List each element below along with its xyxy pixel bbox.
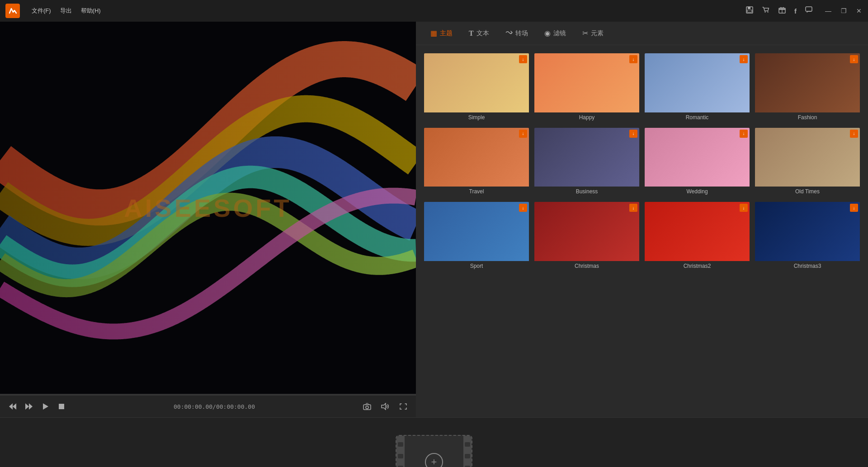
main-layout: AISEESOFT 00:00:00.00/00:00:00.00 xyxy=(0,22,868,417)
cart-icon[interactable] xyxy=(762,6,770,16)
theme-item-travel[interactable]: ↓Travel xyxy=(423,127,530,198)
download-icon[interactable]: ↓ xyxy=(629,55,637,63)
svg-marker-16 xyxy=(382,403,386,410)
rewind-button[interactable] xyxy=(5,399,20,414)
film-hole xyxy=(465,442,470,447)
theme-item-business[interactable]: ↓Business xyxy=(533,127,640,198)
volume-button[interactable] xyxy=(378,399,392,414)
play-button[interactable] xyxy=(38,399,52,414)
save-icon[interactable] xyxy=(745,6,754,16)
svg-rect-2 xyxy=(747,10,752,12)
theme-item-wedding[interactable]: ↓Wedding xyxy=(644,127,750,198)
download-icon[interactable]: ↓ xyxy=(740,55,748,63)
download-icon[interactable]: ↓ xyxy=(850,55,858,63)
film-strip-right xyxy=(463,436,472,467)
theme-item-fashion[interactable]: ↓Fashion xyxy=(754,52,861,123)
tab-filter[interactable]: ◉ 滤镜 xyxy=(537,26,573,40)
download-icon[interactable]: ↓ xyxy=(519,55,527,63)
timeline-area: + 在此处添加照片和视频 xyxy=(0,417,868,467)
film-hole xyxy=(465,454,470,458)
fb-icon[interactable]: f xyxy=(794,7,797,15)
theme-label-simple: Simple xyxy=(468,112,485,122)
fast-forward-button[interactable] xyxy=(22,399,36,414)
tab-theme[interactable]: ▦ 主题 xyxy=(423,26,460,40)
film-inner: + xyxy=(425,453,443,467)
film-hole xyxy=(398,454,403,458)
theme-grid: ↓Simple↓Happy↓Romantic↓Fashion↓Travel↓Bu… xyxy=(416,45,868,417)
svg-marker-8 xyxy=(13,403,16,410)
film-hole xyxy=(398,442,403,447)
theme-item-simple[interactable]: ↓Simple xyxy=(423,52,530,123)
svg-point-4 xyxy=(767,11,768,12)
download-icon[interactable]: ↓ xyxy=(740,130,748,138)
film-hole xyxy=(465,466,470,467)
theme-item-happy[interactable]: ↓Happy xyxy=(533,52,640,123)
theme-item-sport[interactable]: ↓Sport xyxy=(423,201,530,272)
download-icon[interactable]: ↓ xyxy=(519,204,527,212)
svg-marker-10 xyxy=(25,403,29,410)
svg-rect-1 xyxy=(748,7,750,9)
panel-tabs: ▦ 主题 T 文本 转场 ◉ 滤镜 ✂ 元素 xyxy=(416,22,868,45)
download-icon[interactable]: ↓ xyxy=(850,130,858,138)
maximize-button[interactable]: ❐ xyxy=(840,7,847,14)
transition-icon xyxy=(505,29,513,37)
controls-bar: 00:00:00.00/00:00:00.00 xyxy=(0,396,416,417)
tab-transition[interactable]: 转场 xyxy=(498,27,535,40)
theme-label-sport: Sport xyxy=(470,261,483,271)
theme-label-christmas3: Christmas3 xyxy=(794,261,821,271)
chat-icon[interactable] xyxy=(805,6,813,16)
menu-help[interactable]: 帮助(H) xyxy=(76,0,105,22)
video-canvas: AISEESOFT xyxy=(0,22,416,394)
theme-label-travel: Travel xyxy=(469,187,484,196)
close-button[interactable]: ✕ xyxy=(855,7,863,14)
theme-label-happy: Happy xyxy=(579,112,595,122)
download-icon[interactable]: ↓ xyxy=(740,204,748,212)
svg-marker-11 xyxy=(29,403,33,410)
svg-point-15 xyxy=(366,406,368,409)
minimize-button[interactable]: — xyxy=(825,7,832,14)
time-display: 00:00:00.00/00:00:00.00 xyxy=(71,403,358,410)
screenshot-button[interactable] xyxy=(360,399,374,414)
plus-circle: + xyxy=(425,453,443,467)
theme-label-fashion: Fashion xyxy=(798,112,817,122)
gift-icon[interactable] xyxy=(778,6,786,16)
app-logo xyxy=(5,4,20,18)
stop-button[interactable] xyxy=(54,399,69,414)
element-icon: ✂ xyxy=(582,29,588,37)
titlebar: 文件(F) 导出 帮助(H) f — ❐ ✕ xyxy=(0,0,868,22)
theme-item-christmas3[interactable]: ↓Christmas3 xyxy=(754,201,861,272)
theme-item-christmas2[interactable]: ↓Christmas2 xyxy=(644,201,750,272)
fullscreen-button[interactable] xyxy=(396,399,410,414)
svg-rect-7 xyxy=(806,7,812,11)
download-icon[interactable]: ↓ xyxy=(629,204,637,212)
theme-label-christmas2: Christmas2 xyxy=(684,261,711,271)
theme-item-romantic[interactable]: ↓Romantic xyxy=(644,52,750,123)
scrubber-bar[interactable] xyxy=(0,394,416,396)
svg-point-3 xyxy=(764,11,765,12)
theme-icon: ▦ xyxy=(430,29,437,37)
svg-marker-9 xyxy=(9,403,13,410)
theme-label-romantic: Romantic xyxy=(686,112,709,122)
tab-text[interactable]: T 文本 xyxy=(462,27,496,40)
filter-icon: ◉ xyxy=(544,29,551,37)
tab-element[interactable]: ✂ 元素 xyxy=(575,26,611,40)
theme-label-business: Business xyxy=(576,187,598,196)
menu-export[interactable]: 导出 xyxy=(56,0,76,22)
menu-file[interactable]: 文件(F) xyxy=(27,0,56,22)
svg-marker-12 xyxy=(43,403,48,410)
preview-pane: AISEESOFT 00:00:00.00/00:00:00.00 xyxy=(0,22,416,417)
right-panel: ▦ 主题 T 文本 转场 ◉ 滤镜 ✂ 元素 ↓ xyxy=(416,22,868,417)
download-icon[interactable]: ↓ xyxy=(519,130,527,138)
download-icon[interactable]: ↓ xyxy=(629,130,637,138)
text-icon: T xyxy=(469,29,474,37)
theme-label-christmas: Christmas xyxy=(575,261,599,271)
download-icon[interactable]: ↓ xyxy=(850,204,858,212)
theme-label-oldtimes: Old Times xyxy=(795,187,820,196)
theme-label-wedding: Wedding xyxy=(686,187,708,196)
theme-item-oldtimes[interactable]: ↓Old Times xyxy=(754,127,861,198)
film-strip-left xyxy=(396,436,405,467)
film-hole xyxy=(398,466,403,467)
add-media-button[interactable]: + xyxy=(396,435,472,467)
theme-item-christmas[interactable]: ↓Christmas xyxy=(533,201,640,272)
svg-rect-13 xyxy=(59,404,64,409)
